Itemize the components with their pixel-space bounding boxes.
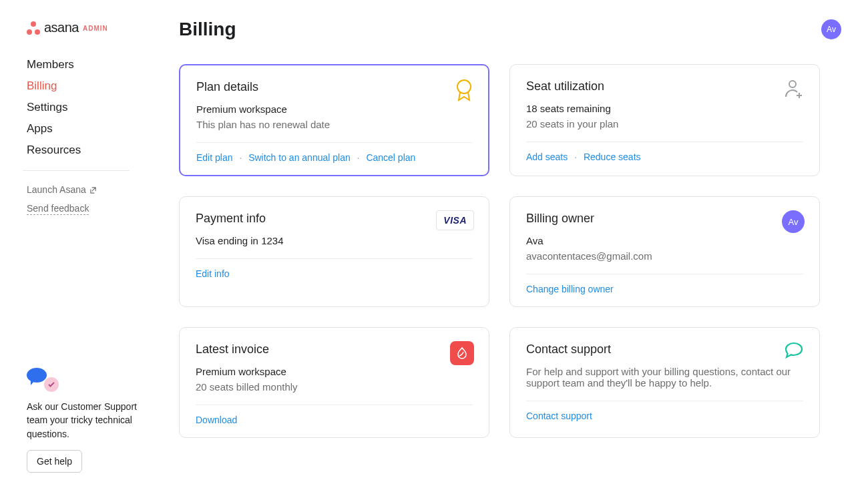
svg-point-0 [457, 80, 471, 93]
sidebar: asana ADMIN Members Billing Settings App… [0, 0, 160, 486]
invoice-plan: Premium workspace [196, 366, 473, 377]
invoice-seats: 20 seats billed monthly [196, 381, 473, 393]
logo[interactable]: asana ADMIN [27, 20, 160, 35]
add-user-icon [783, 78, 805, 102]
add-seats-link[interactable]: Add seats [526, 152, 568, 162]
sidebar-item-billing[interactable]: Billing [27, 75, 160, 97]
edit-plan-link[interactable]: Edit plan [196, 152, 232, 163]
visa-badge: VISA [436, 210, 474, 230]
brand-name: asana [44, 20, 79, 35]
edit-payment-link[interactable]: Edit info [196, 268, 230, 279]
card-title: Payment info [196, 212, 473, 226]
card-title: Seat utilization [526, 79, 803, 93]
billing-owner-card: Av Billing owner Ava avacontentaces@gmai… [509, 196, 820, 307]
chat-bubble-icon [783, 341, 805, 362]
separator: · [357, 152, 360, 163]
cancel-plan-link[interactable]: Cancel plan [366, 152, 415, 163]
owner-name: Ava [526, 235, 803, 246]
separator: · [239, 152, 242, 163]
launch-asana-link[interactable]: Launch Asana [27, 180, 97, 199]
sidebar-item-members[interactable]: Members [27, 54, 160, 75]
seat-utilization-card: Seat utilization 18 seats remaining 20 s… [509, 64, 820, 176]
send-feedback-link[interactable]: Send feedback [27, 199, 89, 215]
external-link-icon [89, 186, 97, 194]
seats-remaining: 18 seats remaining [526, 103, 803, 114]
separator: · [574, 152, 577, 162]
plan-details-card: Plan details Premium workspace This plan… [179, 64, 489, 176]
ribbon-icon [455, 79, 473, 104]
card-last4: Visa ending in 1234 [196, 235, 473, 246]
plan-renewal: This plan has no renewal date [196, 119, 472, 130]
brand-suffix: ADMIN [83, 25, 108, 32]
support-text: Ask our Customer Support team your trick… [27, 400, 144, 441]
card-title: Plan details [196, 80, 472, 94]
main: Billing Av Plan details Premium workspac… [160, 0, 868, 486]
svg-point-1 [789, 81, 796, 87]
launch-asana-label: Launch Asana [27, 184, 86, 195]
sidebar-item-settings[interactable]: Settings [27, 97, 160, 118]
latest-invoice-card: Latest invoice Premium workspace 20 seat… [179, 327, 489, 438]
get-help-button[interactable]: Get help [27, 450, 82, 473]
topbar: Billing Av [179, 19, 841, 40]
user-avatar[interactable]: Av [821, 19, 841, 39]
support-illustration-icon [27, 368, 59, 392]
sidebar-item-apps[interactable]: Apps [27, 118, 160, 140]
change-owner-link[interactable]: Change billing owner [526, 284, 614, 294]
sidebar-item-resources[interactable]: Resources [27, 140, 160, 161]
card-title: Contact support [526, 342, 803, 356]
contact-support-link[interactable]: Contact support [526, 411, 592, 421]
page-title: Billing [179, 19, 236, 40]
sidebar-support: Ask our Customer Support team your trick… [27, 368, 160, 473]
contact-support-card: Contact support For help and support wit… [509, 327, 820, 438]
pdf-icon [450, 341, 474, 365]
card-title: Billing owner [526, 212, 803, 226]
owner-avatar: Av [782, 210, 805, 233]
cards-grid: Plan details Premium workspace This plan… [179, 64, 820, 438]
plan-name: Premium workspace [196, 103, 472, 115]
download-invoice-link[interactable]: Download [196, 415, 237, 425]
owner-email: avacontentaces@gmail.com [526, 250, 803, 262]
payment-info-card: VISA Payment info Visa ending in 1234 Ed… [179, 196, 489, 307]
reduce-seats-link[interactable]: Reduce seats [584, 152, 641, 162]
switch-annual-link[interactable]: Switch to an annual plan [248, 152, 351, 163]
card-title: Latest invoice [196, 342, 473, 356]
asana-logo-icon [27, 21, 40, 35]
divider [23, 170, 130, 171]
support-description: For help and support with your billing q… [526, 366, 803, 389]
seats-total: 20 seats in your plan [526, 118, 803, 130]
